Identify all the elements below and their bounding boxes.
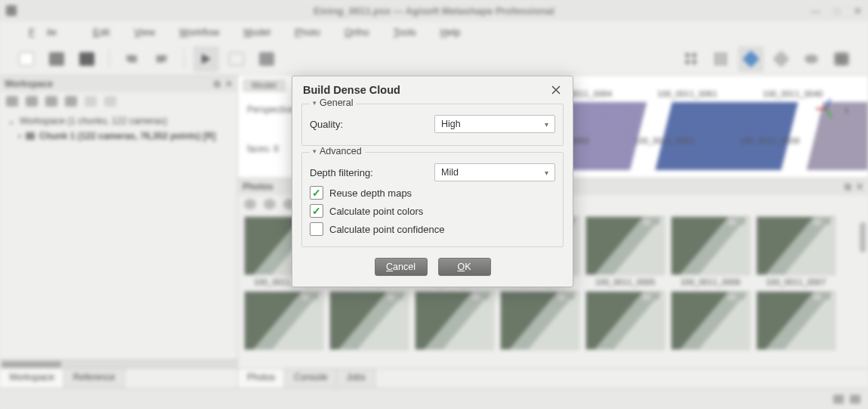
cam-label: 100_0011_0062 — [634, 136, 694, 145]
grid-9-button[interactable] — [708, 46, 734, 72]
workspace-panel: Workspace ⧉✕ ⌄ Workspace (1 chunks, 122 … — [0, 76, 238, 388]
calc-confidence-row[interactable]: Calculate point confidence — [310, 222, 555, 236]
photo-thumbnail[interactable]: 100_0011_0007 — [756, 216, 836, 287]
group-general: General Quality: High — [301, 104, 564, 146]
photo-thumbnail[interactable] — [329, 291, 409, 350]
ws-tool-5[interactable] — [85, 96, 97, 107]
photo-thumbnail[interactable] — [756, 291, 836, 350]
thumb-image — [415, 291, 494, 350]
workspace-toolbar — [0, 92, 237, 110]
thumb-image — [500, 291, 579, 350]
build-dense-cloud-dialog: Build Dense Cloud General Quality: High … — [292, 76, 573, 287]
window-controls: — □ ✕ — [811, 5, 862, 17]
open-button[interactable] — [44, 46, 70, 72]
tab-workspace[interactable]: Workspace — [0, 369, 64, 388]
reuse-depth-maps-checkbox[interactable] — [310, 186, 323, 200]
solid-button[interactable] — [768, 46, 794, 72]
grid-4-button[interactable] — [678, 46, 703, 72]
tool-button-1[interactable] — [254, 46, 280, 72]
titlebar: Eining_0011.psx — Agisoft Metashape Prof… — [0, 0, 868, 21]
cam-label: 100_0011_0061 — [657, 89, 718, 98]
tab-model[interactable]: Model — [242, 79, 286, 92]
calc-colors-row[interactable]: Calculate point colors — [310, 204, 555, 218]
photo-thumbnail[interactable]: 100_0011_0005 — [585, 216, 665, 287]
photo-thumbnail[interactable] — [500, 291, 579, 350]
tree-root[interactable]: ⌄ Workspace (1 chunks, 122 cameras) — [8, 113, 230, 129]
menu-view[interactable]: View — [122, 23, 167, 41]
thumb-image — [756, 291, 836, 350]
tab-console[interactable]: Console — [285, 369, 337, 388]
ok-button[interactable]: OK — [438, 258, 491, 276]
save-button[interactable] — [74, 46, 100, 72]
menu-edit[interactable]: Edit — [81, 23, 122, 41]
group-general-label: General — [310, 98, 356, 108]
menu-ortho[interactable]: Ortho — [332, 23, 381, 41]
photos-scrollbar[interactable] — [859, 216, 866, 365]
close-window-icon[interactable]: ✕ — [854, 5, 862, 17]
workspace-title: Workspace — [5, 79, 53, 89]
ws-tool-2[interactable] — [26, 96, 38, 107]
photo-thumbnail[interactable]: 100_0011_0006 — [671, 216, 750, 287]
thumb-image — [671, 291, 750, 350]
menu-tools[interactable]: Tools — [381, 23, 428, 41]
close-panel-icon[interactable]: ✕ — [856, 181, 863, 192]
menu-help[interactable]: Help — [428, 23, 473, 41]
ph-tool-2[interactable] — [264, 199, 276, 209]
statusbar — [0, 388, 868, 409]
detach-icon[interactable]: ⧉ — [845, 181, 851, 192]
menubar: File Edit View Workflow Model Photo Orth… — [0, 21, 868, 42]
shaded-button[interactable] — [738, 46, 764, 72]
texture-button[interactable] — [829, 46, 854, 72]
rect-select-button[interactable] — [224, 46, 249, 72]
status-icon-1 — [833, 395, 844, 404]
redo-button[interactable] — [149, 46, 175, 72]
ws-tool-6[interactable] — [104, 96, 116, 107]
mesh-button[interactable] — [798, 46, 824, 72]
calc-confidence-label: Calculate point confidence — [329, 224, 445, 235]
navigate-button[interactable] — [193, 46, 219, 72]
thumb-image — [585, 216, 665, 275]
quality-label: Quality: — [310, 119, 343, 130]
workspace-scrollbar[interactable] — [0, 359, 237, 368]
photo-thumbnail[interactable] — [415, 291, 494, 350]
tree-expand-icon: › — [18, 131, 21, 141]
main-toolbar — [0, 42, 868, 76]
tab-reference[interactable]: Reference — [64, 369, 125, 388]
close-panel-icon[interactable]: ✕ — [225, 79, 233, 89]
thumb-label: 100_0011_0006 — [671, 277, 750, 287]
tab-jobs[interactable]: Jobs — [337, 369, 375, 388]
faces-label: faces: 8 — [247, 144, 279, 154]
tree-chunk[interactable]: › Chunk 1 (122 cameras, 76,352 points) [… — [8, 129, 230, 144]
new-doc-button[interactable] — [14, 46, 39, 72]
depth-filtering-select[interactable]: Mild — [434, 163, 555, 181]
photo-thumbnail[interactable] — [585, 291, 665, 350]
reuse-depth-maps-label: Reuse depth maps — [329, 187, 412, 199]
app-icon — [6, 5, 17, 16]
dialog-title: Build Dense Cloud — [303, 84, 400, 96]
calc-colors-checkbox[interactable] — [310, 204, 323, 218]
tree-expand-icon: ⌄ — [8, 116, 15, 126]
photo-thumbnail[interactable] — [671, 291, 750, 350]
maximize-icon[interactable]: □ — [834, 5, 840, 17]
minimize-icon[interactable]: — — [811, 5, 820, 17]
ws-tool-3[interactable] — [45, 96, 57, 107]
dialog-close-button[interactable] — [550, 84, 562, 96]
tab-photos[interactable]: Photos — [238, 369, 285, 388]
cam-label: 100_0011_0038 — [740, 136, 800, 145]
ws-tool-4[interactable] — [65, 96, 77, 107]
quality-select[interactable]: High — [434, 115, 555, 133]
photo-thumbnail[interactable] — [244, 291, 323, 350]
cancel-button[interactable]: Cancel — [375, 258, 428, 276]
ws-tool-1[interactable] — [6, 96, 18, 107]
ph-tool-1[interactable] — [244, 199, 256, 209]
calc-confidence-checkbox[interactable] — [310, 222, 323, 236]
reuse-depth-maps-row[interactable]: Reuse depth maps — [310, 186, 555, 200]
menu-workflow[interactable]: Workflow — [167, 23, 231, 41]
window-title: Eining_0011.psx — Agisoft Metashape Prof… — [314, 5, 554, 17]
undo-button[interactable] — [119, 46, 144, 72]
menu-file[interactable]: File — [17, 23, 81, 41]
menu-model[interactable]: Model — [232, 23, 283, 41]
chunk-icon — [26, 132, 35, 140]
detach-icon[interactable]: ⧉ — [214, 79, 221, 89]
menu-photo[interactable]: Photo — [283, 23, 332, 41]
